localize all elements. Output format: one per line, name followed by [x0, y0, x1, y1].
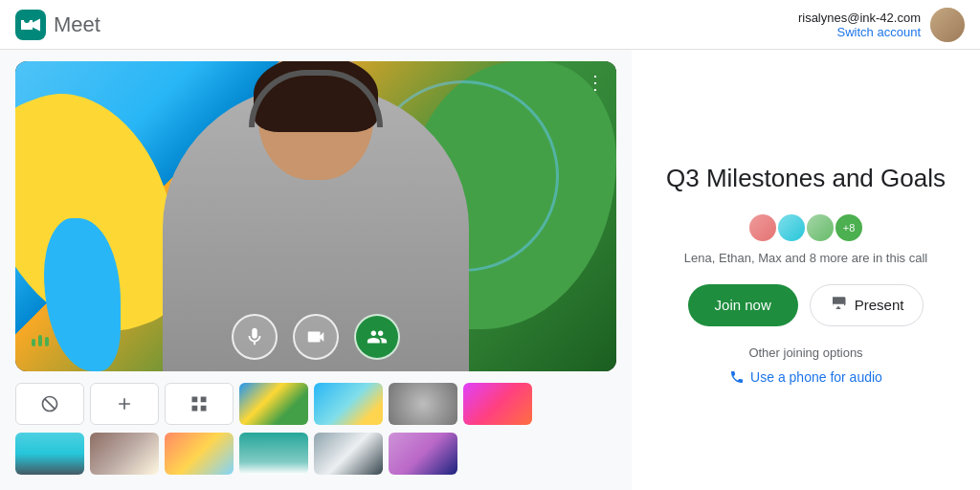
main-content: ⋮: [0, 50, 980, 490]
video-more-button[interactable]: ⋮: [586, 71, 605, 94]
bg-option-2[interactable]: [314, 383, 383, 425]
avatar-image: [930, 8, 965, 42]
bg-option-6[interactable]: [90, 433, 159, 475]
participant-avatar-3: [805, 212, 835, 243]
account-info: risalynes@ink-42.com Switch account: [798, 11, 921, 39]
people-button[interactable]: [354, 314, 400, 360]
app-title: Meet: [54, 12, 100, 37]
phone-audio-link[interactable]: Use a phone for audio: [729, 369, 882, 385]
bg-option-5[interactable]: [15, 433, 84, 475]
add-bg-icon: [115, 394, 134, 413]
present-label: Present: [855, 297, 904, 313]
user-email: risalynes@ink-42.com: [798, 11, 921, 25]
bg-option-7[interactable]: [165, 433, 234, 475]
present-screen-icon: [830, 295, 847, 312]
bg-option-1[interactable]: [239, 383, 308, 425]
present-button[interactable]: Present: [810, 284, 924, 326]
bg-option-grid[interactable]: [165, 383, 234, 425]
phone-icon: [729, 369, 745, 385]
grid-bg-icon: [189, 394, 209, 413]
join-now-button[interactable]: Join now: [688, 284, 798, 326]
meet-logo-icon: [15, 10, 46, 40]
svg-point-1: [24, 17, 30, 23]
header-account-area: risalynes@ink-42.com Switch account: [798, 8, 965, 42]
right-panel: Q3 Milestones and Goals +8 Lena, Ethan, …: [632, 50, 980, 490]
meeting-title: Q3 Milestones and Goals: [666, 164, 946, 193]
phone-audio-label: Use a phone for audio: [750, 369, 882, 385]
background-picker-row2: [15, 429, 616, 479]
background-picker-wrapper: [15, 371, 616, 479]
people-icon: [367, 326, 388, 347]
join-actions: Join now Present: [688, 284, 924, 326]
bg-option-9[interactable]: [314, 433, 383, 475]
participants-row: +8: [747, 212, 864, 243]
bg-option-10[interactable]: [389, 433, 457, 475]
mic-button[interactable]: [232, 314, 278, 360]
video-controls: [15, 314, 616, 360]
switch-account-link[interactable]: Switch account: [798, 25, 921, 39]
mic-icon: [244, 326, 265, 347]
bg-option-add[interactable]: [90, 383, 159, 425]
camera-button[interactable]: [293, 314, 339, 360]
bg-option-4[interactable]: [463, 383, 532, 425]
bg-option-none[interactable]: [15, 383, 84, 425]
header-logo-area: Meet: [15, 10, 100, 40]
participant-avatar-1: [747, 212, 778, 243]
background-picker-row1: [15, 379, 616, 429]
video-container: ⋮: [15, 61, 616, 371]
participant-count-badge: +8: [834, 212, 864, 243]
other-options-label: Other joining options: [748, 345, 862, 360]
header: Meet risalynes@ink-42.com Switch account: [0, 0, 980, 50]
avatar[interactable]: [930, 8, 965, 42]
no-bg-icon: [40, 394, 59, 413]
video-panel: ⋮: [0, 50, 632, 490]
participants-text: Lena, Ethan, Max and 8 more are in this …: [684, 251, 927, 265]
participant-avatar-2: [776, 212, 807, 243]
camera-icon: [305, 326, 326, 347]
bg-option-8[interactable]: [239, 433, 308, 475]
present-icon: [830, 295, 847, 316]
bg-option-3[interactable]: [389, 383, 457, 425]
